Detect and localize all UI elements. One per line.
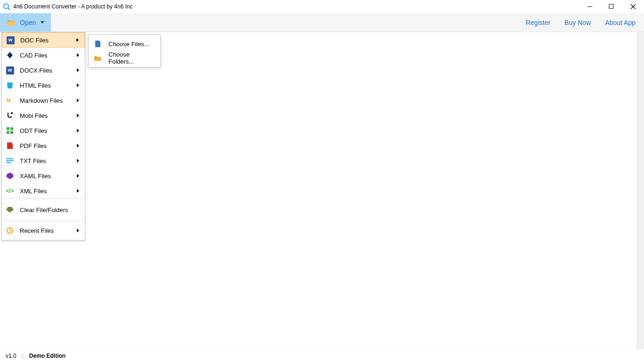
window-title: 4n6 Document Converter - A product by 4n…	[13, 3, 579, 10]
scrollbar-track[interactable]	[636, 32, 644, 349]
menu-item-clear[interactable]: Clear File/Folders	[2, 199, 85, 221]
folder-icon	[93, 54, 102, 62]
chevron-right-icon	[76, 38, 79, 42]
app-window: 4n6 Document Converter - A product by 4n…	[0, 0, 644, 362]
separator: |	[22, 353, 24, 359]
chevron-right-icon	[77, 68, 79, 72]
chevron-right-icon	[77, 159, 79, 163]
toolbar: Open Register Buy Now About App	[0, 13, 644, 32]
svg-rect-10	[10, 131, 13, 134]
folder-open-icon	[7, 19, 16, 26]
html-icon	[6, 81, 14, 90]
menu-item-pdf-files[interactable]: PDF Files	[2, 138, 85, 153]
xml-icon: </>	[6, 187, 14, 195]
docx-icon: W	[6, 66, 14, 74]
menu-item-markdown-files[interactable]: M↓ Markdown Files	[2, 93, 85, 108]
chevron-right-icon	[77, 114, 79, 117]
close-button[interactable]	[622, 0, 644, 13]
svg-line-4	[631, 4, 636, 9]
svg-point-0	[4, 4, 8, 8]
title-bar: 4n6 Document Converter - A product by 4n…	[0, 0, 644, 13]
chevron-right-icon	[77, 144, 79, 148]
odt-icon	[6, 126, 14, 135]
pdf-icon	[6, 141, 14, 150]
status-bar: v1.0 | Demo Edition	[0, 349, 644, 362]
window-controls	[579, 0, 644, 13]
chevron-right-icon	[77, 83, 79, 87]
svg-rect-8	[10, 127, 13, 130]
doc-files-submenu: Choose Files... Choose Folders...	[88, 34, 161, 67]
menu-item-xml-files[interactable]: </> XML Files	[2, 183, 85, 198]
menu-item-docx-files[interactable]: W DOCX Files	[2, 63, 85, 78]
open-label: Open	[20, 19, 36, 26]
chevron-right-icon	[77, 189, 79, 193]
version-label: v1.0	[6, 353, 17, 359]
toolbar-links: Register Buy Now About App	[526, 13, 644, 32]
menu-item-recent[interactable]: Recent Files	[2, 221, 85, 240]
buy-now-link[interactable]: Buy Now	[564, 19, 591, 26]
menu-item-cad-files[interactable]: CAD Files	[2, 48, 85, 63]
menu-item-odt-files[interactable]: ODT Files	[2, 123, 85, 138]
submenu-choose-files[interactable]: Choose Files...	[89, 37, 160, 51]
eraser-icon	[6, 206, 14, 214]
mobi-icon	[6, 111, 14, 120]
menu-item-doc-files[interactable]: W DOC Files	[2, 33, 85, 48]
body-area: W DOC Files CAD Files W DOCX Files HTML …	[0, 32, 644, 349]
chevron-right-icon	[77, 129, 79, 132]
caret-down-icon	[41, 21, 44, 24]
menu-item-html-files[interactable]: HTML Files	[2, 78, 85, 93]
svg-rect-9	[7, 131, 9, 134]
menu-item-mobi-files[interactable]: Mobi Files	[2, 108, 85, 123]
about-app-link[interactable]: About App	[605, 19, 636, 26]
open-dropdown-menu: W DOC Files CAD Files W DOCX Files HTML …	[1, 32, 85, 240]
menu-item-txt-files[interactable]: TXT Files	[2, 153, 85, 168]
edition-label: Demo Edition	[29, 353, 66, 359]
chevron-right-icon	[77, 99, 79, 102]
xaml-icon	[6, 172, 14, 180]
chevron-right-icon	[77, 53, 79, 57]
register-link[interactable]: Register	[526, 19, 550, 26]
doc-icon: W	[6, 36, 15, 44]
svg-line-1	[8, 8, 10, 10]
minimize-button[interactable]	[579, 0, 601, 13]
svg-line-5	[631, 4, 636, 9]
maximize-button[interactable]	[601, 0, 622, 13]
cad-icon	[6, 51, 14, 59]
chevron-right-icon	[77, 229, 79, 232]
open-button[interactable]: Open	[0, 13, 51, 32]
svg-rect-3	[609, 4, 613, 8]
chevron-right-icon	[77, 174, 79, 178]
file-icon	[93, 40, 102, 48]
history-icon	[6, 226, 14, 235]
magnifier-icon	[3, 3, 10, 10]
svg-marker-14	[7, 173, 13, 179]
svg-point-6	[11, 112, 13, 114]
svg-rect-7	[7, 127, 9, 130]
txt-icon	[6, 156, 14, 165]
markdown-icon: M↓	[6, 96, 14, 105]
submenu-choose-folders[interactable]: Choose Folders...	[89, 51, 160, 65]
menu-item-xaml-files[interactable]: XAML Files	[2, 168, 85, 183]
